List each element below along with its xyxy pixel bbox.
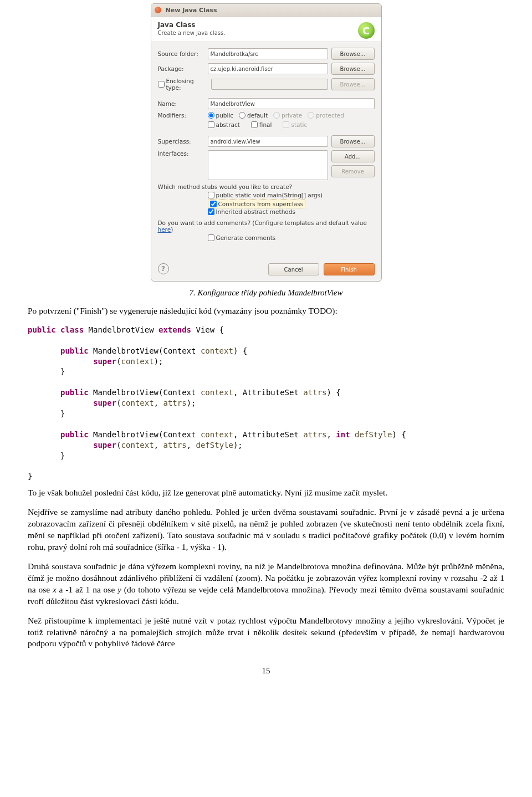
- checkbox-final[interactable]: final: [251, 121, 272, 128]
- configure-templates-link[interactable]: here: [158, 226, 171, 233]
- checkbox-main-method[interactable]: public static void main(String[] args): [208, 192, 323, 198]
- intro-paragraph: Po potvrzení ("Finish") se vygeneruje ná…: [28, 305, 504, 317]
- package-input[interactable]: cz.ujep.ki.android.fiser: [208, 63, 328, 74]
- source-folder-label: Source folder:: [158, 50, 204, 57]
- browse-source-button[interactable]: Browse...: [331, 48, 375, 60]
- checkbox-generate-comments[interactable]: Generate comments: [208, 234, 276, 241]
- paragraph-after-code: To je však bohužel poslední část kódu, j…: [28, 487, 504, 499]
- add-interface-button[interactable]: Add...: [331, 150, 375, 162]
- cancel-button[interactable]: Cancel: [268, 263, 319, 275]
- code-block: public class MandelbrotView extends View…: [28, 325, 504, 482]
- checkbox-inherited-abstract[interactable]: Inherited abstract methods: [208, 208, 295, 215]
- dialog-titlebar: New Java Class: [151, 4, 381, 17]
- source-folder-input[interactable]: Mandelbrotka/src: [208, 48, 328, 59]
- banner-title: Java Class: [158, 21, 375, 29]
- modifiers-other-group: abstract final static: [208, 121, 313, 128]
- paragraph-4: Druhá soustava souřadnic je dána výřezem…: [28, 561, 504, 607]
- figure-caption: 7. Konfigurace třídy pohledu MandelbrotV…: [28, 288, 504, 298]
- dialog-banner: Java Class Create a new Java class. C: [151, 17, 381, 42]
- banner-subtitle: Create a new Java class.: [158, 30, 375, 36]
- checkbox-static: static: [283, 121, 307, 128]
- browse-package-button[interactable]: Browse...: [331, 63, 375, 75]
- checkbox-abstract[interactable]: abstract: [208, 121, 240, 128]
- browse-superclass-button[interactable]: Browse...: [331, 135, 375, 147]
- radio-default[interactable]: default: [239, 112, 268, 119]
- class-icon: C: [358, 22, 375, 39]
- checkbox-constructors[interactable]: Constructors from superclass: [208, 200, 306, 208]
- browse-enclosing-button: Browse...: [331, 78, 375, 90]
- comments-question: Do you want to add comments? (Configure …: [158, 219, 375, 233]
- name-input[interactable]: MandelbrotView: [208, 98, 375, 109]
- method-stubs-question: Which method stubs would you like to cre…: [158, 183, 375, 190]
- paragraph-3: Nejdříve se zamyslíme nad atributy danéh…: [28, 507, 504, 553]
- modifiers-access-group: public default private protected: [208, 112, 344, 119]
- name-label: Name:: [158, 100, 204, 107]
- new-class-dialog: New Java Class Java Class Create a new J…: [151, 3, 382, 282]
- close-icon[interactable]: [155, 7, 161, 13]
- interfaces-list[interactable]: [208, 150, 328, 180]
- enclosing-type-checkbox[interactable]: Enclosing type:: [158, 78, 208, 91]
- help-icon[interactable]: ?: [158, 263, 169, 274]
- modifiers-label: Modifiers:: [158, 112, 204, 119]
- paragraph-5: Než přistoupíme k implementaci je ještě …: [28, 615, 504, 650]
- radio-public[interactable]: public: [208, 112, 234, 119]
- package-label: Package:: [158, 65, 204, 72]
- radio-protected: protected: [308, 112, 344, 119]
- remove-interface-button: Remove: [331, 165, 375, 177]
- superclass-label: Superclass:: [158, 138, 204, 145]
- superclass-input[interactable]: android.view.View: [208, 136, 328, 147]
- page-number: 15: [28, 666, 504, 676]
- enclosing-type-input: [211, 79, 328, 90]
- dialog-title: New Java Class: [166, 7, 217, 14]
- finish-button[interactable]: Finish: [324, 263, 375, 275]
- radio-private: private: [273, 112, 302, 119]
- interfaces-label: Interfaces:: [158, 150, 204, 157]
